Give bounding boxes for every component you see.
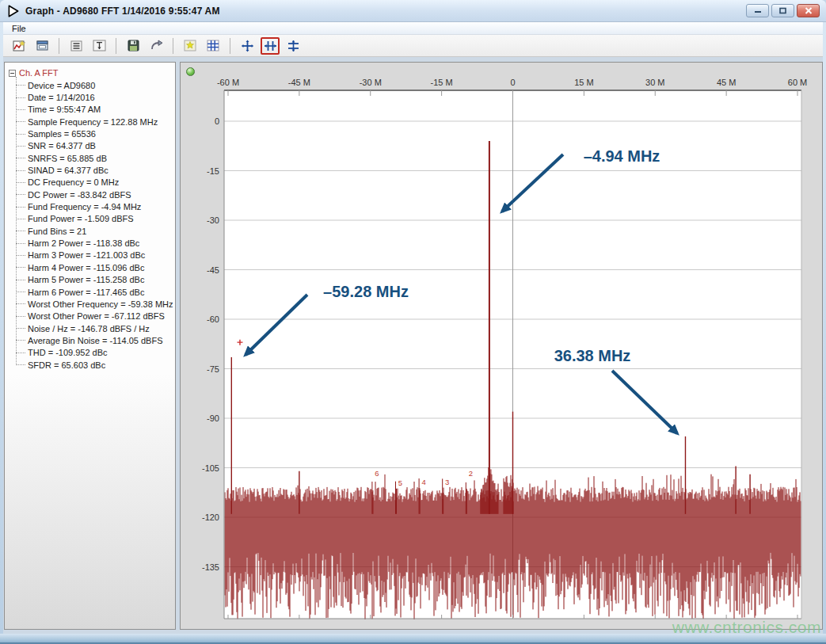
y-tick-label: 0 — [215, 116, 219, 126]
tree-item-label: Device = AD9680 — [28, 81, 95, 90]
tree-item[interactable]: Samples = 65536 — [16, 128, 175, 139]
menu-file[interactable]: File — [9, 24, 29, 33]
maximize-icon — [778, 7, 787, 14]
tree-item[interactable]: Fund Frequency = -4.94 MHz — [16, 200, 175, 212]
copy-window-icon — [36, 40, 49, 52]
window-title: Graph - AD9680 FFT 1/14/2016 9:55:47 AM — [25, 6, 220, 17]
minimize-icon — [753, 8, 763, 14]
save-button[interactable] — [124, 37, 143, 55]
cursor-display-button[interactable] — [89, 37, 108, 55]
x-tick-label: 60 M — [788, 78, 807, 87]
window-border-right — [823, 22, 826, 634]
tree-item[interactable]: Fund Bins = 21 — [16, 225, 175, 237]
close-button[interactable] — [797, 4, 820, 17]
y-tick-label: -90 — [207, 413, 219, 423]
harmonic-marker-label: 3 — [445, 478, 449, 486]
autoscale-xy-button[interactable] — [238, 37, 257, 55]
tree-item[interactable]: DC Power = -83.842 dBFS — [16, 189, 175, 200]
tree-item[interactable]: Sample Frequency = 122.88 MHz — [16, 116, 175, 128]
tree-item-label: Fund Bins = 21 — [28, 227, 86, 236]
y-tick-label: -30 — [207, 215, 219, 225]
y-tick-label: -120 — [202, 513, 219, 522]
autoscale-once-button[interactable] — [181, 37, 200, 55]
tree-item-list: Device = AD9680Date = 1/14/2016Time = 9:… — [16, 79, 175, 371]
x-tick-label: -60 M — [217, 78, 239, 87]
title-bar: Graph - AD9680 FFT 1/14/2016 9:55:47 AM — [0, 0, 826, 22]
export-button[interactable] — [147, 37, 166, 55]
tree-item-label: Worst Other Power = -67.112 dBFS — [28, 311, 165, 321]
tree-item-label: Harm 5 Power = -115.258 dBc — [28, 275, 144, 284]
tree-item[interactable]: SFDR = 65.603 dBc — [16, 359, 175, 371]
y-tick-label: -135 — [202, 562, 219, 572]
x-tick-label: 0 — [510, 78, 515, 87]
toolbar-separator — [116, 38, 116, 54]
x-tick-label: 45 M — [717, 78, 736, 87]
x-tick-label: 30 M — [645, 78, 664, 87]
tree-item[interactable]: SINAD = 64.377 dBc — [16, 164, 175, 176]
window-border-bottom — [0, 634, 826, 644]
tree-item[interactable]: Harm 4 Power = -115.096 dBc — [16, 261, 175, 273]
tree-item[interactable]: Worst Other Power = -67.112 dBFS — [16, 311, 175, 322]
tree-item[interactable]: Harm 6 Power = -117.465 dBc — [16, 286, 175, 298]
grid-button[interactable] — [204, 37, 223, 55]
tree-item[interactable]: SNRFS = 65.885 dB — [16, 152, 175, 164]
tree-item[interactable]: Date = 1/14/2016 — [16, 91, 175, 103]
export-icon — [149, 40, 163, 51]
app-play-icon — [6, 4, 21, 18]
autoscale-y-button[interactable] — [284, 37, 303, 55]
tree-item-label: DC Power = -83.842 dBFS — [28, 190, 131, 200]
tree-item[interactable]: Average Bin Noise = -114.05 dBFS — [16, 334, 175, 346]
y-tick-label: -60 — [207, 314, 219, 324]
fft-plot[interactable]: 23456-60 M-45 M-30 M-15 M015 M30 M45 M60… — [181, 63, 822, 629]
tree-item-label: Sample Frequency = 122.88 MHz — [28, 117, 158, 127]
harmonic-marker-label: 6 — [375, 469, 379, 478]
tree-item-label: Harm 6 Power = -117.465 dBc — [28, 288, 144, 297]
tree-item[interactable]: Fund Power = -1.509 dBFS — [16, 213, 175, 225]
tree-item[interactable]: Harm 2 Power = -118.38 dBc — [16, 237, 175, 249]
y-tick-label: -45 — [207, 265, 219, 275]
tree-item[interactable]: Device = AD9680 — [16, 79, 175, 91]
new-report-button[interactable] — [10, 37, 29, 55]
copy-window-button[interactable] — [32, 37, 51, 55]
harmonic-marker-label: 2 — [469, 469, 473, 478]
tree-item[interactable]: Harm 3 Power = -121.003 dBc — [16, 250, 175, 261]
tree-item[interactable]: SNR = 64.377 dB — [16, 140, 175, 152]
y-tick-label: -15 — [207, 166, 219, 176]
tree-item-label: Fund Power = -1.509 dBFS — [28, 214, 134, 223]
menu-bar: File — [3, 22, 823, 35]
tree-item-label: DC Frequency = 0 MHz — [28, 177, 119, 187]
toolbar — [3, 35, 823, 57]
tree-item-label: Harm 4 Power = -115.096 dBc — [28, 263, 144, 272]
tree-item[interactable]: Time = 9:55:47 AM — [16, 104, 175, 116]
tree-item-label: Noise / Hz = -146.78 dBFS / Hz — [28, 324, 150, 333]
toolbar-separator — [59, 38, 59, 54]
tree-item[interactable]: Worst Other Frequency = -59.38 MHz — [16, 298, 175, 310]
annotation-label: –4.94 MHz — [584, 147, 660, 165]
tree-item-label: THD = -109.952 dBc — [28, 348, 108, 357]
tree-item-label: Harm 2 Power = -118.38 dBc — [28, 238, 139, 248]
y-tick-label: -105 — [202, 463, 219, 473]
tree-item[interactable]: Noise / Hz = -146.78 dBFS / Hz — [16, 322, 175, 334]
x-tick-label: -30 M — [360, 78, 382, 87]
save-icon — [128, 40, 139, 51]
tree-item[interactable]: THD = -109.952 dBc — [16, 347, 175, 359]
harmonic-marker-label: 4 — [421, 478, 425, 486]
autoscale-xy-icon — [241, 40, 254, 52]
tree-connector-line — [16, 77, 17, 365]
tree-item-label: SNRFS = 65.885 dB — [28, 154, 107, 163]
maximize-button[interactable] — [771, 4, 794, 17]
tree-root-label: Ch. A FFT — [19, 68, 59, 78]
grid-icon — [207, 40, 219, 51]
tree-item[interactable]: Harm 5 Power = -115.258 dBc — [16, 274, 175, 286]
tree-item[interactable]: DC Frequency = 0 MHz — [16, 177, 175, 189]
minimize-button[interactable] — [746, 4, 769, 17]
tree-root-row[interactable]: Ch. A FFT — [9, 67, 175, 79]
tree-item-label: Harm 3 Power = -121.003 dBc — [28, 250, 145, 260]
list-view-button[interactable] — [67, 37, 86, 55]
x-tick-label: -15 M — [431, 78, 453, 87]
autoscale-x-icon — [264, 40, 277, 52]
collapse-icon[interactable] — [9, 70, 16, 77]
x-tick-label: -45 M — [288, 78, 310, 87]
autoscale-x-button[interactable] — [261, 37, 280, 55]
list-view-icon — [70, 40, 82, 51]
